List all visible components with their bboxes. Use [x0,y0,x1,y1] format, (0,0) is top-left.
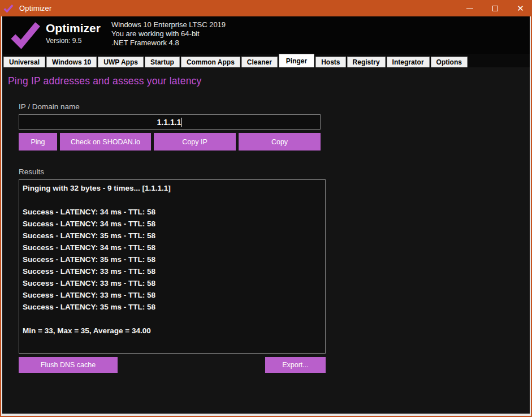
tab-options[interactable]: Options [431,57,468,67]
app-checkmark-icon [3,5,14,12]
ping-button[interactable]: Ping [19,133,57,151]
tab-common-apps[interactable]: Common Apps [181,57,240,67]
ip-input[interactable]: 1.1.1.1 [19,114,321,130]
shodan-button[interactable]: Check on SHODAN.io [60,133,151,151]
minimize-button[interactable] [457,0,482,16]
ip-input-value: 1.1.1.1 [157,118,181,127]
app-header: Optimizer Version: 9.5 Windows 10 Enterp… [2,16,530,54]
results-output[interactable]: Pinging with 32 bytes - 9 times... [1.1.… [19,179,326,354]
tab-integrator[interactable]: Integrator [387,57,430,67]
tab-uwp-apps[interactable]: UWP Apps [98,57,144,67]
result-line: Success - LATENCY: 33 ms - TTL: 58 [23,277,325,289]
result-line: Pinging with 32 bytes - 9 times... [1.1.… [23,182,325,194]
result-line: Success - LATENCY: 35 ms - TTL: 58 [23,230,325,242]
result-line [23,194,325,206]
brand-block: Optimizer Version: 9.5 [46,22,101,45]
result-line: Success - LATENCY: 35 ms - TTL: 58 [23,253,325,265]
result-line [23,313,325,325]
results-label: Results [19,167,44,176]
export-button[interactable]: Export... [265,357,326,373]
window-title: Optimizer [19,4,51,12]
result-line: Success - LATENCY: 35 ms - TTL: 58 [23,301,325,313]
app-name: Optimizer [46,22,101,35]
optimizer-window: Optimizer ✕ Optimizer Version: 9.5 Windo… [0,0,532,417]
copy-button[interactable]: Copy [239,133,321,151]
titlebar[interactable]: Optimizer ✕ [0,0,532,16]
tab-strip: UniversalWindows 10UWP AppsStartupCommon… [2,54,530,67]
system-info-os: Windows 10 Enterprise LTSC 2019 [111,20,226,29]
result-line: Success - LATENCY: 34 ms - TTL: 58 [23,242,325,253]
app-logo-checkmark-icon [11,20,40,52]
maximize-icon [492,6,498,11]
tab-startup[interactable]: Startup [145,57,180,67]
tab-pinger[interactable]: Pinger [279,54,314,67]
text-caret [181,118,182,127]
close-icon: ✕ [517,4,524,12]
tab-windows-10[interactable]: Windows 10 [46,57,97,67]
result-line: Min = 33, Max = 35, Average = 34.00 [23,325,325,337]
maximize-button[interactable] [482,0,508,16]
tab-universal[interactable]: Universal [3,57,45,67]
close-button[interactable]: ✕ [508,0,532,16]
window-inner: Optimizer Version: 9.5 Windows 10 Enterp… [1,16,531,416]
system-info-dotnet: .NET Framework 4.8 [111,38,226,48]
result-line: Success - LATENCY: 34 ms - TTL: 58 [23,218,325,230]
tab-hosts[interactable]: Hosts [315,57,345,67]
pinger-panel: Ping IP addresses and assess your latenc… [2,67,530,414]
action-button-row: Ping Check on SHODAN.io Copy IP Copy [19,133,321,151]
copy-ip-button[interactable]: Copy IP [154,133,236,151]
tab-cleaner[interactable]: Cleaner [241,57,278,67]
flush-dns-button[interactable]: Flush DNS cache [19,357,118,373]
system-info-arch: You are working with 64-bit [111,29,226,38]
result-line: Success - LATENCY: 33 ms - TTL: 58 [23,265,325,277]
result-line: Success - LATENCY: 33 ms - TTL: 58 [23,289,325,301]
app-version: Version: 9.5 [46,37,101,45]
tab-registry[interactable]: Registry [347,57,386,67]
page-title: Ping IP addresses and assess your latenc… [8,75,202,87]
ip-domain-label: IP / Domain name [19,102,80,111]
system-info: Windows 10 Enterprise LTSC 2019 You are … [111,20,226,48]
minimize-icon [466,8,473,8]
result-line: Success - LATENCY: 34 ms - TTL: 58 [23,206,325,218]
